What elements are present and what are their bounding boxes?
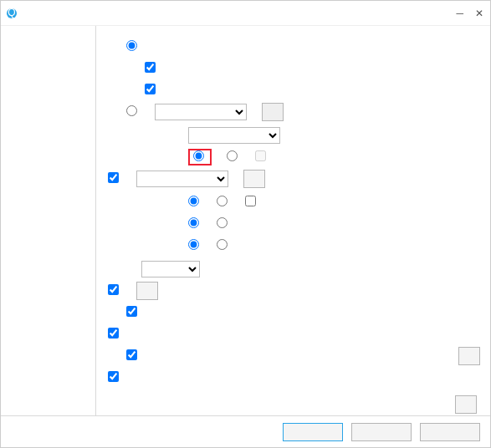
- check-pin-candidates[interactable]: [108, 172, 121, 186]
- radio-full[interactable]: [217, 217, 230, 231]
- radio-quanpin[interactable]: [126, 40, 140, 53]
- check-eng-punc[interactable]: [245, 196, 258, 209]
- btn-shuangpin-settings: [262, 103, 284, 121]
- select-style[interactable]: [188, 127, 280, 144]
- radio-space-off[interactable]: [193, 150, 207, 164]
- radio-lang-en[interactable]: [217, 196, 230, 209]
- svg-text:Q: Q: [8, 8, 15, 18]
- btn-edit-pin[interactable]: [243, 170, 265, 188]
- check-super-jianpin[interactable]: [145, 84, 158, 97]
- close-icon[interactable]: ✕: [475, 8, 483, 19]
- radio-lang-cn[interactable]: [188, 196, 202, 209]
- btn-apply[interactable]: [420, 423, 480, 441]
- radio-space-on[interactable]: [227, 150, 240, 164]
- btn-cancel[interactable]: [351, 423, 412, 441]
- check-alpha-select: [255, 150, 269, 164]
- btn-fuzzy-settings[interactable]: [136, 282, 158, 300]
- highlight-box: [188, 149, 212, 165]
- check-smart-adjust[interactable]: [108, 371, 121, 384]
- check-smart-phrase[interactable]: [108, 328, 121, 341]
- radio-shuangpin[interactable]: [126, 105, 140, 119]
- radio-simple[interactable]: [188, 239, 202, 252]
- qq-icon: Q: [6, 8, 18, 19]
- check-jianpin[interactable]: [145, 62, 158, 75]
- check-fuzzy-tip[interactable]: [126, 306, 140, 319]
- select-shuangpin-scheme[interactable]: [155, 104, 247, 120]
- radio-half[interactable]: [188, 217, 202, 231]
- btn-restore-default[interactable]: [455, 395, 477, 414]
- check-fuzzy[interactable]: [108, 284, 121, 298]
- btn-ok[interactable]: [283, 423, 343, 441]
- check-show-cloud[interactable]: [126, 349, 140, 363]
- minimize-icon[interactable]: ─: [456, 8, 463, 19]
- btn-pos-settings[interactable]: [458, 347, 480, 365]
- select-pin-scheme[interactable]: [136, 171, 228, 187]
- radio-trad[interactable]: [217, 239, 230, 252]
- select-cand-count[interactable]: [141, 261, 200, 277]
